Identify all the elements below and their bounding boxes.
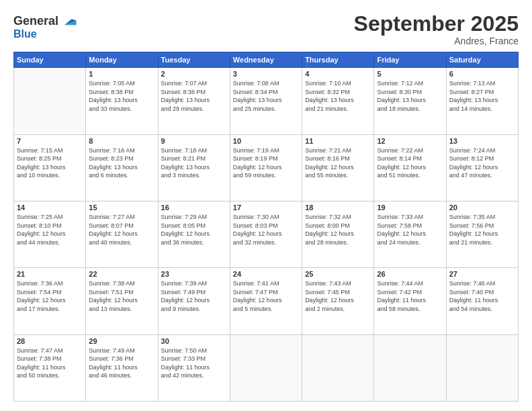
day-info: Sunrise: 7:19 AM Sunset: 8:19 PM Dayligh… (233, 146, 299, 180)
day-cell: 2Sunrise: 7:07 AM Sunset: 8:36 PM Daylig… (158, 68, 230, 134)
day-cell: 12Sunrise: 7:22 AM Sunset: 8:14 PM Dayli… (374, 134, 446, 201)
day-number: 23 (161, 270, 227, 278)
day-number: 4 (305, 70, 371, 78)
day-cell: 28Sunrise: 7:47 AM Sunset: 7:38 PM Dayli… (14, 334, 86, 401)
day-cell (302, 334, 374, 401)
day-number: 18 (305, 203, 371, 212)
logo-icon (60, 12, 79, 31)
day-info: Sunrise: 7:41 AM Sunset: 7:47 PM Dayligh… (233, 279, 299, 313)
day-cell: 25Sunrise: 7:43 AM Sunset: 7:45 PM Dayli… (302, 268, 374, 334)
day-header-tuesday: Tuesday (158, 52, 230, 68)
day-header-saturday: Saturday (446, 52, 518, 68)
day-cell: 7Sunrise: 7:15 AM Sunset: 8:25 PM Daylig… (14, 134, 86, 201)
day-header-friday: Friday (374, 52, 446, 68)
day-cell: 17Sunrise: 7:30 AM Sunset: 8:03 PM Dayli… (230, 201, 302, 267)
day-cell: 19Sunrise: 7:33 AM Sunset: 7:58 PM Dayli… (374, 201, 446, 267)
day-number: 3 (233, 70, 299, 78)
day-info: Sunrise: 7:18 AM Sunset: 8:21 PM Dayligh… (161, 146, 227, 180)
week-row-4: 21Sunrise: 7:36 AM Sunset: 7:54 PM Dayli… (14, 268, 519, 334)
day-cell: 21Sunrise: 7:36 AM Sunset: 7:54 PM Dayli… (14, 268, 86, 334)
day-info: Sunrise: 7:08 AM Sunset: 8:34 PM Dayligh… (233, 79, 299, 113)
day-number: 27 (449, 270, 515, 278)
day-cell: 26Sunrise: 7:44 AM Sunset: 7:42 PM Dayli… (374, 268, 446, 334)
calendar-header: SundayMondayTuesdayWednesdayThursdayFrid… (14, 52, 519, 68)
day-info: Sunrise: 7:27 AM Sunset: 8:07 PM Dayligh… (89, 213, 154, 246)
day-cell: 29Sunrise: 7:49 AM Sunset: 7:36 PM Dayli… (86, 334, 158, 401)
logo-general: General (13, 14, 58, 28)
day-info: Sunrise: 7:12 AM Sunset: 8:30 PM Dayligh… (377, 79, 443, 113)
week-row-2: 7Sunrise: 7:15 AM Sunset: 8:25 PM Daylig… (14, 134, 519, 201)
day-info: Sunrise: 7:33 AM Sunset: 7:58 PM Dayligh… (377, 213, 443, 246)
day-info: Sunrise: 7:35 AM Sunset: 7:56 PM Dayligh… (449, 213, 515, 246)
day-number: 15 (89, 203, 154, 212)
day-info: Sunrise: 7:21 AM Sunset: 8:16 PM Dayligh… (305, 146, 371, 180)
page: General Blue September 2025 Andres, Fran… (0, 0, 532, 411)
month-title: September 2025 (354, 12, 519, 36)
day-header-wednesday: Wednesday (230, 52, 302, 68)
day-cell: 8Sunrise: 7:16 AM Sunset: 8:23 PM Daylig… (86, 134, 158, 201)
day-info: Sunrise: 7:22 AM Sunset: 8:14 PM Dayligh… (377, 146, 443, 180)
day-cell: 13Sunrise: 7:24 AM Sunset: 8:12 PM Dayli… (446, 134, 518, 201)
day-cell: 5Sunrise: 7:12 AM Sunset: 8:30 PM Daylig… (374, 68, 446, 134)
day-cell: 1Sunrise: 7:05 AM Sunset: 8:38 PM Daylig… (86, 68, 158, 134)
header: General Blue September 2025 Andres, Fran… (13, 12, 519, 46)
day-number: 28 (17, 337, 83, 345)
day-cell (14, 68, 86, 134)
day-number: 10 (233, 137, 299, 145)
day-number: 22 (89, 270, 154, 278)
title-block: September 2025 Andres, France (354, 12, 519, 46)
day-number: 7 (17, 137, 83, 145)
day-cell: 18Sunrise: 7:32 AM Sunset: 8:00 PM Dayli… (302, 201, 374, 267)
day-cell: 30Sunrise: 7:50 AM Sunset: 7:33 PM Dayli… (158, 334, 230, 401)
week-row-1: 1Sunrise: 7:05 AM Sunset: 8:38 PM Daylig… (14, 68, 519, 134)
day-cell: 20Sunrise: 7:35 AM Sunset: 7:56 PM Dayli… (446, 201, 518, 267)
day-number: 17 (233, 203, 299, 212)
day-cell: 24Sunrise: 7:41 AM Sunset: 7:47 PM Dayli… (230, 268, 302, 334)
day-info: Sunrise: 7:49 AM Sunset: 7:36 PM Dayligh… (89, 347, 154, 380)
day-number: 26 (377, 270, 443, 278)
week-row-5: 28Sunrise: 7:47 AM Sunset: 7:38 PM Dayli… (14, 334, 519, 401)
day-number: 21 (17, 270, 83, 278)
day-number: 29 (89, 337, 154, 345)
day-info: Sunrise: 7:16 AM Sunset: 8:23 PM Dayligh… (89, 146, 154, 180)
day-cell (230, 334, 302, 401)
day-info: Sunrise: 7:47 AM Sunset: 7:38 PM Dayligh… (17, 347, 83, 380)
day-number: 9 (161, 137, 227, 145)
day-cell: 14Sunrise: 7:25 AM Sunset: 8:10 PM Dayli… (14, 201, 86, 267)
day-info: Sunrise: 7:07 AM Sunset: 8:36 PM Dayligh… (161, 79, 227, 113)
day-info: Sunrise: 7:25 AM Sunset: 8:10 PM Dayligh… (17, 213, 83, 246)
day-header-sunday: Sunday (14, 52, 86, 68)
day-info: Sunrise: 7:30 AM Sunset: 8:03 PM Dayligh… (233, 213, 299, 246)
calendar-body: 1Sunrise: 7:05 AM Sunset: 8:38 PM Daylig… (14, 68, 519, 402)
day-cell: 22Sunrise: 7:38 AM Sunset: 7:51 PM Dayli… (86, 268, 158, 334)
day-number: 30 (161, 337, 227, 345)
location: Andres, France (354, 36, 519, 46)
day-number: 6 (449, 70, 515, 78)
day-info: Sunrise: 7:50 AM Sunset: 7:33 PM Dayligh… (161, 347, 227, 380)
day-number: 14 (17, 203, 83, 212)
day-cell: 11Sunrise: 7:21 AM Sunset: 8:16 PM Dayli… (302, 134, 374, 201)
day-info: Sunrise: 7:29 AM Sunset: 8:05 PM Dayligh… (161, 213, 227, 246)
week-row-3: 14Sunrise: 7:25 AM Sunset: 8:10 PM Dayli… (14, 201, 519, 267)
day-cell: 16Sunrise: 7:29 AM Sunset: 8:05 PM Dayli… (158, 201, 230, 267)
day-cell: 6Sunrise: 7:13 AM Sunset: 8:27 PM Daylig… (446, 68, 518, 134)
day-number: 5 (377, 70, 443, 78)
logo-text: General (13, 15, 58, 28)
day-info: Sunrise: 7:36 AM Sunset: 7:54 PM Dayligh… (17, 279, 83, 313)
day-cell: 27Sunrise: 7:46 AM Sunset: 7:40 PM Dayli… (446, 268, 518, 334)
logo-blue: Blue (13, 28, 37, 40)
day-info: Sunrise: 7:15 AM Sunset: 8:25 PM Dayligh… (17, 146, 83, 180)
day-info: Sunrise: 7:46 AM Sunset: 7:40 PM Dayligh… (449, 279, 515, 313)
day-cell: 9Sunrise: 7:18 AM Sunset: 8:21 PM Daylig… (158, 134, 230, 201)
day-cell (374, 334, 446, 401)
day-cell: 10Sunrise: 7:19 AM Sunset: 8:19 PM Dayli… (230, 134, 302, 201)
day-number: 20 (449, 203, 515, 212)
day-number: 1 (89, 70, 154, 78)
day-info: Sunrise: 7:32 AM Sunset: 8:00 PM Dayligh… (305, 213, 371, 246)
day-number: 19 (377, 203, 443, 212)
day-info: Sunrise: 7:13 AM Sunset: 8:27 PM Dayligh… (449, 79, 515, 113)
day-number: 2 (161, 70, 227, 78)
day-info: Sunrise: 7:44 AM Sunset: 7:42 PM Dayligh… (377, 279, 443, 313)
day-info: Sunrise: 7:10 AM Sunset: 8:32 PM Dayligh… (305, 79, 371, 113)
day-cell: 15Sunrise: 7:27 AM Sunset: 8:07 PM Dayli… (86, 201, 158, 267)
